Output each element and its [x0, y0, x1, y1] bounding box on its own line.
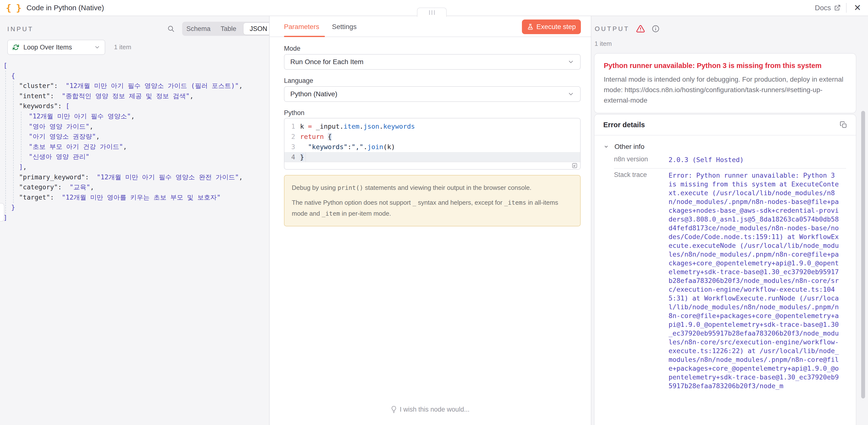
info-circle-icon[interactable] — [651, 25, 660, 33]
error-details-title: Error details — [603, 121, 840, 129]
docs-label: Docs — [815, 4, 831, 12]
json-line: "신생아 영양 관리" — [0, 152, 269, 162]
code-line[interactable]: 3 "keywords":",".join(k) — [284, 142, 580, 152]
docs-link[interactable]: Docs — [815, 4, 841, 12]
chevron-down-icon — [604, 144, 609, 149]
node-details-view: { } Code in Python (Native) Docs ✕ INPUT… — [0, 0, 868, 425]
error-description: Internal mode is intended only for debug… — [604, 74, 846, 105]
python-label: Python — [284, 109, 304, 117]
chevron-down-icon — [567, 59, 574, 65]
expand-editor-icon[interactable] — [571, 162, 578, 169]
tab-settings[interactable]: Settings — [332, 23, 356, 31]
json-line: "keywords": [ — [0, 101, 269, 111]
debug-notice: Debug by using print() statements and vi… — [284, 175, 581, 226]
external-link-icon — [834, 4, 841, 11]
version-label: n8n version — [614, 155, 669, 164]
header-divider — [846, 3, 846, 13]
detail-row-stack-trace: Stack trace Error: Python runner unavail… — [614, 171, 846, 390]
output-item-count: 1 item — [594, 40, 612, 48]
code-editor[interactable]: 1k = _input.item.json.keywords2return {3… — [284, 118, 581, 170]
json-line: "12개월 미만 아기 필수 영양소", — [0, 111, 269, 121]
copy-icon[interactable] — [840, 121, 847, 128]
json-line: "primary_keyword": "12개월 미만 아기 필수 영양소 완전… — [0, 172, 269, 182]
input-panel: INPUT Schema Table JSON Loop Over Items … — [0, 16, 269, 425]
search-icon[interactable] — [167, 25, 175, 33]
other-info-toggle[interactable]: Other info — [594, 135, 856, 151]
stack-trace-value: Error: Python runner unavailable: Python… — [669, 171, 840, 390]
stack-trace-label: Stack trace — [614, 171, 669, 390]
output-panel-title: OUTPUT — [595, 25, 629, 33]
flask-icon — [527, 24, 534, 30]
node-feedback-link[interactable]: I wish this node would... — [270, 405, 591, 413]
input-item-count: 1 item — [114, 43, 131, 51]
execute-step-button[interactable]: Execute step — [522, 20, 581, 34]
ndv-tabs: Parameters Settings Execute step — [270, 16, 591, 37]
input-view-switcher: Schema Table JSON — [182, 22, 275, 36]
chevron-down-icon — [567, 91, 574, 97]
header-actions: Docs ✕ — [815, 3, 868, 13]
code-line[interactable]: 1k = _input.item.json.keywords — [284, 121, 580, 131]
chevron-down-icon — [94, 44, 100, 51]
parameters-panel: Parameters Settings Execute step Mode Ru… — [270, 16, 591, 425]
output-scrollbar[interactable] — [861, 111, 865, 398]
version-value: 2.0.3 (Self Hosted) — [669, 155, 840, 164]
mode-label: Mode — [284, 45, 301, 52]
code-indent-guide — [305, 152, 306, 162]
output-panel: OUTPUT 1 item Python runner unavailable:… — [591, 16, 868, 425]
editor-footer — [284, 161, 580, 169]
json-line: "영아 영양 가이드", — [0, 121, 269, 131]
loop-icon — [12, 43, 20, 51]
other-info-label: Other info — [615, 143, 644, 151]
warning-triangle-icon — [636, 24, 645, 33]
node-feedback-label: I wish this node would... — [400, 406, 470, 413]
active-tab-underline — [284, 36, 325, 37]
language-select[interactable]: Python (Native) — [284, 86, 581, 102]
panel-edge-handle[interactable] — [0, 203, 4, 221]
json-line: { — [0, 71, 269, 81]
json-line: ], — [0, 162, 269, 172]
error-title: Python runner unavailable: Python 3 is m… — [604, 61, 846, 70]
input-source-value: Loop Over Items — [23, 43, 90, 51]
json-line: "intent": "종합적인 영양 정보 제공 및 정보 검색", — [0, 91, 269, 101]
tab-parameters[interactable]: Parameters — [284, 23, 319, 31]
json-line: [ — [0, 60, 269, 71]
code-line[interactable]: 2return { — [284, 131, 580, 142]
row-divider — [614, 168, 846, 169]
node-title: Code in Python (Native) — [27, 4, 104, 12]
panel-drag-handle[interactable] — [417, 7, 447, 17]
execute-step-label: Execute step — [536, 23, 576, 31]
code-line[interactable]: 4} — [284, 152, 580, 162]
tab-schema[interactable]: Schema — [183, 23, 213, 35]
json-line: ] — [0, 212, 269, 223]
language-value: Python (Native) — [290, 90, 567, 98]
error-message-card: Python runner unavailable: Python 3 is m… — [594, 53, 856, 113]
mode-select[interactable]: Run Once for Each Item — [284, 54, 581, 70]
json-line: "초보 부모 아기 건강 가이드", — [0, 142, 269, 152]
mode-value: Run Once for Each Item — [290, 58, 567, 66]
json-line: "아기 영양소 권장량", — [0, 131, 269, 142]
language-label: Language — [284, 77, 313, 85]
code-node-icon: { } — [6, 2, 21, 13]
input-json-view[interactable]: [{"cluster": "12개월 미만 아기 필수 영양소 가이드 (필러 … — [0, 60, 269, 223]
input-source-select[interactable]: Loop Over Items — [7, 40, 105, 55]
json-line: "category": "교육", — [0, 182, 269, 192]
json-line: } — [0, 202, 269, 212]
json-line: "cluster": "12개월 미만 아기 필수 영양소 가이드 (필러 포스… — [0, 81, 269, 91]
detail-row-version: n8n version 2.0.3 (Self Hosted) — [614, 155, 846, 164]
error-details-card: Error details Other info n8n version 2.0… — [594, 114, 856, 425]
input-panel-title: INPUT — [7, 25, 34, 33]
close-button[interactable]: ✕ — [852, 3, 863, 12]
json-line: "target": "12개월 미만 영아를 키우는 초보 부모 및 보호자" — [0, 192, 269, 203]
tab-table[interactable]: Table — [213, 23, 243, 35]
lightbulb-icon — [391, 405, 397, 413]
